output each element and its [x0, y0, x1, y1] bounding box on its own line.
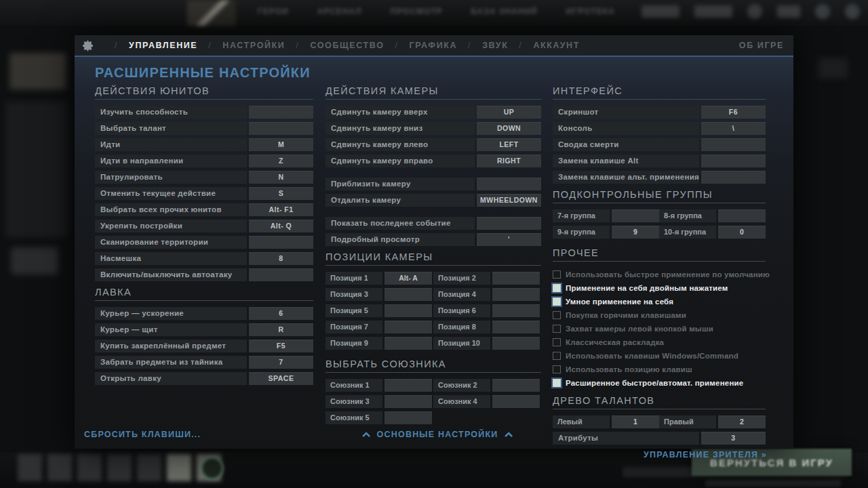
basic-settings-toggle[interactable]: ОСНОВНЫЕ НАСТРОЙКИ: [362, 430, 513, 439]
checkbox-icon: [553, 338, 561, 346]
hotkey-key-button[interactable]: S: [249, 187, 313, 200]
top-nav-item[interactable]: ГЕРОИ: [258, 7, 289, 16]
hotkey-key-button[interactable]: UP: [477, 106, 541, 119]
hotkey-key-button[interactable]: [384, 304, 432, 317]
hotkey-key-button[interactable]: [701, 138, 766, 151]
hotkey-key-button[interactable]: [249, 106, 313, 119]
settings-tab[interactable]: УПРАВЛЕНИЕ: [104, 41, 197, 50]
hotkey-key-button[interactable]: [492, 288, 540, 301]
hotkey-key-button[interactable]: [492, 321, 540, 333]
checkbox-row[interactable]: Захват камеры левой кнопкой мыши: [553, 322, 766, 336]
hotkey-key-button[interactable]: [477, 178, 541, 190]
hotkey-key-button[interactable]: RIGHT: [477, 155, 541, 167]
settings-tab[interactable]: СООБЩЕСТВО: [285, 41, 384, 50]
checkbox-label: Использовать клавиши Windows/Command: [566, 352, 738, 360]
hotkey-key-button[interactable]: [384, 337, 432, 350]
settings-tab[interactable]: АККАУНТ: [508, 41, 580, 50]
hotkey-row: Выбрать талант: [95, 122, 313, 135]
hotkey-label: Патрулировать: [95, 171, 247, 184]
hotkey-key-button[interactable]: [492, 395, 540, 408]
hotkey-key-button[interactable]: F6: [701, 106, 766, 119]
hotkey-key-button[interactable]: DOWN: [477, 122, 541, 135]
hotkey-key-button[interactable]: LEFT: [477, 138, 541, 151]
top-nav-item[interactable]: ПРОСМОТР: [391, 7, 443, 16]
hotkey-key-button[interactable]: 6: [249, 307, 313, 320]
hotkey-label: Курьер — щит: [95, 323, 247, 336]
hotkey-row: Включить/выключить автоатаку: [95, 268, 313, 281]
hotkey-label: Позиция 3: [326, 288, 382, 301]
top-nav-item[interactable]: АРСЕНАЛ: [317, 7, 362, 16]
hotkey-label: Скриншот: [553, 106, 699, 119]
hotkey-key-button[interactable]: MWHEELDOWN: [477, 194, 541, 207]
page-title: РАСШИРЕННЫЕ НАСТРОЙКИ: [95, 65, 793, 81]
checkbox-label: Использовать быстрое применение по умолч…: [566, 270, 770, 279]
hotkey-key-button[interactable]: [701, 155, 766, 167]
hotkey-key-button[interactable]: R: [249, 323, 313, 336]
hotkey-key-button[interactable]: N: [249, 171, 313, 184]
top-nav-item[interactable]: ИГРОТЕКА: [566, 7, 615, 16]
hotkey-key-button[interactable]: 7: [249, 356, 313, 369]
reset-keys-link[interactable]: СБРОСИТЬ КЛАВИШИ...: [84, 430, 201, 439]
hotkey-key-button[interactable]: F5: [249, 340, 313, 352]
checkbox-row[interactable]: Использовать быстрое применение по умолч…: [553, 268, 766, 281]
hotkey-pair: 7-я группа: [553, 209, 659, 222]
hotkey-key-button[interactable]: [249, 236, 313, 249]
hotkey-key-button[interactable]: Alt- Q: [249, 220, 313, 232]
hotkey-key-button[interactable]: ': [477, 233, 541, 246]
hotkey-label: Консоль: [553, 122, 699, 135]
hotkey-key-button[interactable]: [492, 304, 540, 317]
hotkey-label: Идти в направлении: [95, 155, 247, 167]
hotkey-key-button[interactable]: Alt- F1: [249, 203, 313, 216]
settings-tab[interactable]: ЗВУК: [457, 41, 508, 50]
checkbox-row[interactable]: Покупка горячими клавишами: [553, 308, 766, 322]
hotkey-key-button[interactable]: [384, 395, 432, 408]
hotkey-key-button[interactable]: [477, 217, 541, 230]
hotkey-key-button[interactable]: [612, 209, 659, 222]
about-game-link[interactable]: ОБ ИГРЕ: [739, 41, 784, 50]
hotkey-key-button[interactable]: Alt- A: [384, 272, 432, 285]
top-nav-item[interactable]: БАЗА ЗНАНИЙ: [471, 7, 538, 16]
spectator-controls-link[interactable]: УПРАВЛЕНИЕ ЗРИТЕЛЯ »: [644, 450, 767, 460]
chevron-up-icon: [362, 432, 371, 438]
hotkey-key-button[interactable]: [249, 268, 313, 281]
hotkey-key-button[interactable]: [384, 379, 432, 392]
hotkey-key-button[interactable]: 8: [249, 252, 313, 265]
hotkey-key-button[interactable]: [492, 272, 540, 285]
hotkey-key-button[interactable]: [384, 321, 432, 333]
checkbox-row[interactable]: Умное применение на себя: [553, 295, 766, 308]
settings-tab[interactable]: НАСТРОЙКИ: [197, 41, 285, 50]
hotkey-key-button[interactable]: 9: [612, 226, 659, 239]
hotkey-key-button[interactable]: \: [701, 122, 766, 135]
hotkey-pair: 10-я группа 0: [659, 226, 766, 239]
hotkey-key-button[interactable]: SPACE: [249, 372, 313, 385]
checkbox-row[interactable]: Использовать клавиши Windows/Command: [553, 349, 766, 363]
hotkey-key-button[interactable]: [492, 379, 540, 392]
hotkey-key-button[interactable]: [718, 209, 766, 222]
hotkey-pair: Позиция 6: [433, 304, 541, 317]
background-avatar-blob: [9, 53, 66, 89]
hotkey-pair: 8-я группа: [659, 209, 766, 222]
checkbox-row[interactable]: Использовать позицию клавиш: [553, 363, 766, 376]
settings-tab[interactable]: ГРАФИКА: [384, 41, 457, 50]
hotkey-key-button[interactable]: [249, 122, 313, 135]
screen: ГЕРОИАРСЕНАЛПРОСМОТРБАЗА ЗНАНИЙИГРОТЕКА …: [0, 0, 868, 488]
section-title-shop: ЛАВКА: [95, 287, 313, 301]
checkbox-row[interactable]: Классическая раскладка: [553, 336, 766, 349]
hotkey-pair: Позиция 1 Alt- A: [326, 272, 433, 285]
camera-positions-grid: Позиция 1 Alt- A Позиция 2 Позиция 3: [326, 272, 541, 353]
hotkey-key-button[interactable]: [701, 171, 766, 184]
hotkey-key-button[interactable]: [384, 288, 432, 301]
hotkey-key-button[interactable]: M: [249, 138, 313, 151]
hotkey-key-button[interactable]: [492, 337, 540, 350]
hotkey-key-button[interactable]: [384, 411, 432, 424]
hotkey-row: Укрепить постройки Alt- Q: [95, 220, 313, 232]
checkbox-row[interactable]: Расширенное быстрое/автомат. применение: [553, 376, 766, 390]
hotkey-label: Позиция 10: [433, 337, 490, 350]
checkbox-icon: [553, 352, 561, 360]
hotkey-key-button[interactable]: Z: [249, 155, 313, 167]
checkbox-row[interactable]: Применение на себя двойным нажатием: [553, 281, 766, 295]
checkbox-icon: [553, 298, 561, 306]
hotkey-row: Открыть лавку SPACE: [95, 372, 313, 385]
hotkey-label: Позиция 5: [326, 304, 382, 317]
hotkey-key-button[interactable]: 0: [718, 226, 766, 239]
